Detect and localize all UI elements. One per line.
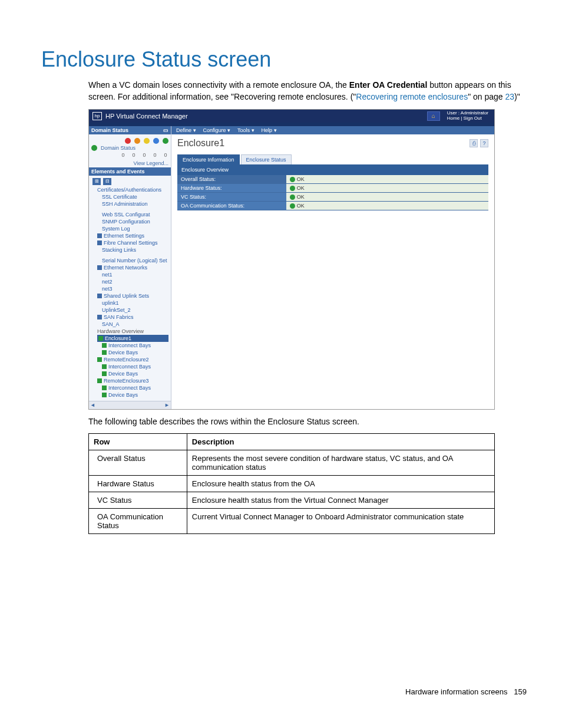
elements-events-header: Elements and Events xyxy=(89,167,171,176)
td-oa-comm-status-desc: Current Virtual Connect Manager to Onboa… xyxy=(187,508,494,533)
menu-define[interactable]: Define ▾ xyxy=(176,127,196,133)
nav-tree: ⊞ ⊟ Certificates/Authentications SSL Cer… xyxy=(89,176,171,401)
tree-uplinkset2[interactable]: UplinkSet_2 xyxy=(102,307,168,314)
tree-fc-settings[interactable]: Fibre Channel Settings xyxy=(97,239,168,246)
ok-icon xyxy=(290,195,295,200)
val-hardware-status: OK xyxy=(286,183,488,192)
tree-serial[interactable]: Serial Number (Logical) Set xyxy=(102,257,168,264)
tree-ssl-cert[interactable]: SSL Certificate xyxy=(102,193,168,200)
tree-enc3-devbays[interactable]: Device Bays xyxy=(102,391,168,398)
row-oa-comm-status: OA Communication Status: OK xyxy=(177,201,488,210)
user-info: User : Administrator Home | Sign Out xyxy=(445,111,491,121)
tree-san-a[interactable]: SAN_A xyxy=(102,321,168,328)
menu-configure[interactable]: Configure ▾ xyxy=(203,127,231,133)
scroll-right-icon[interactable]: ► xyxy=(164,402,170,408)
val-oa-comm-status: OK xyxy=(286,201,488,210)
intro-text-4: )" xyxy=(514,92,520,101)
table-intro-text: The following table describes the rows w… xyxy=(88,416,527,427)
tree-snmp[interactable]: SNMP Configuration xyxy=(102,218,168,225)
tree-expand-btn[interactable]: ⊞ xyxy=(92,178,101,185)
tree-uplink1[interactable]: uplink1 xyxy=(102,299,168,307)
menu-tools[interactable]: Tools ▾ xyxy=(237,127,254,133)
status-critical-icon xyxy=(125,138,131,144)
ok-icon xyxy=(290,186,295,191)
vc-header-bar: hp HP Virtual Connect Manager ⌂ User : A… xyxy=(89,110,494,123)
intro-paragraph: When a VC domain loses connectivity with… xyxy=(88,79,527,103)
td-hardware-status: Hardware Status xyxy=(89,475,187,492)
tree-collapse-btn[interactable]: ⊟ xyxy=(103,178,111,185)
domain-status-title: Domain Status xyxy=(91,127,128,133)
intro-text-3: " on page xyxy=(468,92,505,101)
page-title: Enclosure Status screen xyxy=(41,47,527,72)
print-icon[interactable]: ⎙ xyxy=(470,139,478,147)
tree-cert-auth[interactable]: Certificates/Authentications xyxy=(97,186,168,193)
hp-logo-icon: hp xyxy=(92,112,102,120)
tree-san-fabrics[interactable]: SAN Fabrics xyxy=(97,314,168,321)
intro-text-1: When a VC domain loses connectivity with… xyxy=(88,80,349,90)
link-recovering-remote[interactable]: Recovering remote enclosures xyxy=(356,92,468,101)
tab-enclosure-status[interactable]: Enclosure Status xyxy=(241,154,292,164)
domain-ok-icon xyxy=(91,145,97,151)
description-table: Row Description Overall Status Represent… xyxy=(88,433,495,534)
scroll-left-icon[interactable]: ◄ xyxy=(90,402,95,408)
menu-help[interactable]: Help ▾ xyxy=(262,127,277,133)
tree-net3[interactable]: net3 xyxy=(102,285,168,292)
footer-section: Hardware information screens xyxy=(405,687,507,696)
intro-bold: Enter OA Credential xyxy=(349,80,428,90)
ok-icon xyxy=(290,203,295,209)
page-footer: Hardware information screens 159 xyxy=(0,687,562,696)
row-hardware-status: Hardware Status: OK xyxy=(177,183,488,192)
label-overall-status: Overall Status: xyxy=(177,175,286,184)
count-3: 0 xyxy=(152,152,158,158)
tree-net1[interactable]: net1 xyxy=(102,271,168,278)
tree-shared-uplink[interactable]: Shared Uplink Sets xyxy=(97,292,168,299)
td-vc-status: VC Status xyxy=(89,492,187,508)
tree-enc1-intbays[interactable]: Interconnect Bays xyxy=(102,342,168,349)
tree-enc2-devbays[interactable]: Device Bays xyxy=(102,370,168,377)
tree-remote-enc3[interactable]: RemoteEnclosure3 xyxy=(97,377,168,384)
sidebar-hscroll[interactable]: ◄ ► xyxy=(89,401,171,409)
tree-ssh-admin[interactable]: SSH Administration xyxy=(102,200,168,207)
vc-manager-window: hp HP Virtual Connect Manager ⌂ User : A… xyxy=(88,109,495,410)
tree-stacking[interactable]: Stacking Links xyxy=(102,246,168,253)
val-vc-status: OK xyxy=(286,192,488,201)
td-vc-status-desc: Enclosure health status from the Virtual… xyxy=(187,492,494,508)
th-row: Row xyxy=(89,433,187,450)
collapse-icon[interactable]: ▭ xyxy=(163,127,168,133)
link-page-ref[interactable]: 23 xyxy=(505,92,515,101)
label-vc-status: VC Status: xyxy=(177,192,286,201)
tree-enclosure1[interactable]: Enclosure1 xyxy=(97,335,168,342)
val-overall-status: OK xyxy=(286,175,488,184)
tree-enc1-devbays[interactable]: Device Bays xyxy=(102,349,168,356)
view-legend-link[interactable]: View Legend... xyxy=(89,159,171,167)
tree-hw-overview[interactable]: Hardware Overview xyxy=(97,328,168,335)
tree-eth-settings[interactable]: Ethernet Settings xyxy=(97,232,168,239)
enclosure-overview-header: Enclosure Overview xyxy=(177,164,488,175)
count-4: 0 xyxy=(163,152,168,158)
tree-syslog[interactable]: System Log xyxy=(102,225,168,232)
td-oa-comm-status: OA Communication Status xyxy=(89,508,187,533)
count-2: 0 xyxy=(141,152,147,158)
tree-web-ssl[interactable]: Web SSL Configurat xyxy=(102,211,168,218)
enclosure-title: Enclosure1 xyxy=(177,138,224,149)
tree-enc2-intbays[interactable]: Interconnect Bays xyxy=(102,363,168,370)
tree-enc3-intbays[interactable]: Interconnect Bays xyxy=(102,384,168,391)
count-0: 0 xyxy=(120,152,126,158)
row-vc-status: VC Status: OK xyxy=(177,192,488,201)
home-signout-links[interactable]: Home | Sign Out xyxy=(447,116,488,121)
main-panel: Define ▾ Configure ▾ Tools ▾ Help ▾ Encl… xyxy=(171,126,494,409)
tree-eth-networks[interactable]: Ethernet Networks xyxy=(97,264,168,271)
tree-remote-enc2[interactable]: RemoteEnclosure2 xyxy=(97,356,168,363)
tree-net2[interactable]: net2 xyxy=(102,278,168,285)
vc-product-title: HP Virtual Connect Manager xyxy=(105,113,427,120)
domain-status-panel: Domain Status 0 0 0 0 0 xyxy=(89,134,171,159)
tab-enclosure-information[interactable]: Enclosure Information xyxy=(177,154,240,164)
td-overall-status: Overall Status xyxy=(89,450,187,475)
footer-page-number: 159 xyxy=(514,687,527,696)
home-icon[interactable]: ⌂ xyxy=(427,111,440,121)
row-overall-status: Overall Status: OK xyxy=(177,175,488,184)
status-major-icon xyxy=(134,138,140,144)
enclosure-overview-table: Overall Status: OK Hardware Status: OK V… xyxy=(177,175,488,211)
help-icon[interactable]: ? xyxy=(480,139,488,147)
count-1: 0 xyxy=(131,152,137,158)
